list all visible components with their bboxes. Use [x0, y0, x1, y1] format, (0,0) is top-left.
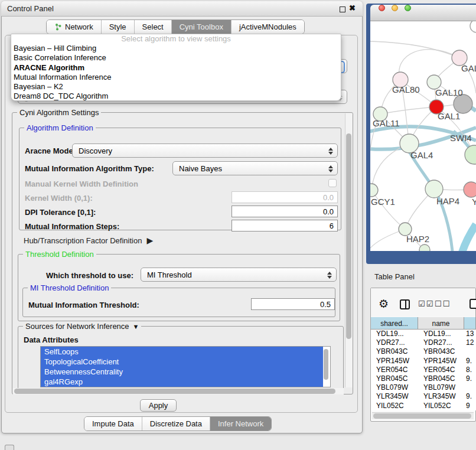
dpi-tolerance-input[interactable] [232, 206, 338, 217]
table-horizontal-scrollbar-thumb[interactable] [373, 413, 471, 419]
sources-group-header[interactable]: Sources for Network Inference ▼ [23, 322, 141, 331]
network-node-gcy1[interactable] [370, 184, 378, 197]
dpi-tolerance-label: DPI Tolerance [0,1]: [25, 208, 96, 217]
table-row[interactable]: YER054CYER054C8. [371, 366, 476, 374]
threshold-definition-title: Threshold Definition [23, 250, 96, 259]
network-edge[interactable] [370, 41, 459, 58]
close-icon[interactable]: ✖ [349, 4, 356, 12]
tab-impute-data[interactable]: Impute Data [84, 417, 142, 431]
table-cell: YDL19... [371, 330, 418, 338]
checked-checkboxes-icon[interactable]: ☑☑ [418, 299, 434, 308]
tab-label: Infer Network [218, 419, 263, 428]
tab-label: Impute Data [92, 419, 134, 428]
network-edge[interactable] [380, 107, 436, 114]
mi-threshold-input[interactable] [251, 298, 335, 310]
collapsed-arrow-icon: ▶ [146, 236, 153, 245]
apply-button[interactable]: Apply [140, 399, 177, 412]
network-node[interactable] [419, 244, 430, 251]
mi-type-combo[interactable]: Naive Bayes [172, 161, 338, 175]
list-scrollbar-thumb[interactable] [324, 349, 328, 380]
float-window-icon[interactable] [340, 6, 345, 12]
tab-style[interactable]: Style [101, 20, 134, 34]
table-column-header[interactable]: name [418, 317, 464, 330]
table-row[interactable]: YIL052CYIL052C9 [371, 402, 476, 410]
data-attributes-label: Data Attributes [24, 335, 79, 344]
data-attribute-item[interactable]: SelfLoops [41, 347, 323, 357]
tab-cyni-toolbox[interactable]: Cyni Toolbox [171, 20, 231, 34]
algorithm-option[interactable]: ARACNE Algorithm [11, 63, 341, 73]
kernel-width-input[interactable] [232, 191, 338, 203]
tab-jactivemnodules[interactable]: jActiveMNodules [231, 20, 304, 34]
node-label: GCY1 [371, 197, 395, 207]
tab-label: Select [142, 22, 164, 31]
algorithm-option[interactable]: Bayesian – K2 [11, 82, 341, 92]
table-row[interactable]: YDL19...YDL19...13 [371, 330, 476, 338]
tab-select[interactable]: Select [134, 20, 171, 34]
node-label: GAL80 [392, 84, 420, 94]
partial-document-icon[interactable] [470, 299, 476, 309]
table-cell: YLR345W [418, 392, 464, 401]
table-row[interactable]: YLR345WYLR345W9. [371, 392, 476, 401]
algorithm-option[interactable]: Dream8 DC_TDC Algorithm [11, 92, 341, 101]
manual-kernel-label: Manual Kernel Width Definition [25, 180, 138, 188]
table-cell: YBL079W [371, 383, 418, 392]
hub-definition-label: Hub/Transcription Factor Definition [24, 236, 142, 245]
split-columns-icon[interactable] [400, 299, 410, 309]
tab-discretize-data[interactable]: Discretize Data [142, 417, 210, 431]
table-row[interactable]: YBR045CYBR045C9. [371, 374, 476, 383]
table-column-header[interactable] [464, 317, 476, 330]
table-row[interactable]: YBR043CYBR043C [371, 347, 476, 356]
table-cell: YBR043C [418, 347, 464, 356]
table-cell: YDR27... [371, 338, 418, 347]
close-traffic-light-icon[interactable] [379, 5, 385, 11]
network-node-hap4[interactable] [425, 180, 443, 198]
control-panel-titlebar[interactable] [1, 1, 363, 17]
table-row[interactable]: YBL079WYBL079W [371, 383, 476, 392]
mi-threshold-definition-title: MI Threshold Definition [28, 283, 111, 292]
table-row[interactable]: YDR27...YDR27...12 [371, 338, 476, 347]
network-canvas[interactable]: GALGAL80GAL10GAL1GAL11SWI4GAL4GCY1HAP4YH… [370, 21, 476, 251]
partial-corner-button[interactable] [5, 445, 14, 450]
tab-label: Style [109, 22, 126, 31]
gear-icon[interactable]: ⚙ [379, 297, 389, 311]
table-body: YDL19...YDL19...13YDR27...YDR27...12YBR0… [371, 330, 476, 410]
data-attribute-item[interactable]: TopologicalCoefficient [41, 357, 323, 367]
algorithm-option[interactable]: Basic Correlation Inference [11, 53, 341, 63]
minimize-traffic-light-icon[interactable] [392, 5, 398, 11]
hub-definition-toggle[interactable]: Hub/Transcription Factor Definition ▶ [24, 236, 153, 245]
table-row[interactable]: YPR145WYPR145W9. [371, 357, 476, 366]
unchecked-checkboxes-icon[interactable]: ☐☐ [435, 299, 451, 308]
which-threshold-combo[interactable]: MI Threshold [141, 268, 337, 282]
data-attribute-item[interactable]: BetweennessCentrality [41, 367, 323, 377]
table-cell: YLR345W [371, 392, 418, 401]
algorithm-option[interactable]: Mutual Information Inference [11, 73, 341, 82]
network-node-y[interactable] [464, 182, 476, 197]
node-label: GAL11 [373, 118, 400, 128]
zoom-traffic-light-icon[interactable] [405, 5, 411, 11]
manual-kernel-checkbox[interactable] [328, 179, 337, 187]
node-label: Y [472, 197, 476, 207]
table-cell: 8. [464, 366, 476, 374]
table-cell: YIL052C [418, 402, 464, 410]
tab-infer-network[interactable]: Infer Network [210, 417, 271, 431]
table-cell: 12 [464, 338, 476, 347]
settings-vertical-scrollbar-thumb[interactable] [346, 133, 351, 339]
mi-steps-input[interactable] [232, 220, 338, 231]
network-edge[interactable] [371, 190, 405, 229]
table-cell [464, 347, 476, 356]
tab-network[interactable]: Network [47, 20, 101, 34]
data-attributes-list[interactable]: SelfLoopsTopologicalCoefficientBetweenne… [40, 346, 331, 387]
network-window-titlebar[interactable] [370, 5, 476, 21]
network-node-swi4[interactable] [465, 145, 476, 164]
birdseye-circle-icon [470, 21, 476, 32]
node-label: HAP2 [406, 234, 429, 244]
table-column-header[interactable]: shared... [371, 317, 418, 330]
aracne-mode-combo[interactable]: Discovery [72, 144, 338, 158]
network-edge[interactable] [459, 224, 476, 251]
settings-horizontal-scrollbar-thumb[interactable] [14, 389, 335, 394]
data-attribute-item[interactable]: gal4RGexp [41, 377, 323, 387]
algorithm-option[interactable]: Bayesian – Hill Climbing [11, 44, 341, 53]
table-cell: YBR045C [371, 374, 418, 383]
table-cell: YPR145W [418, 357, 464, 366]
expanded-arrow-icon: ▼ [133, 323, 139, 330]
